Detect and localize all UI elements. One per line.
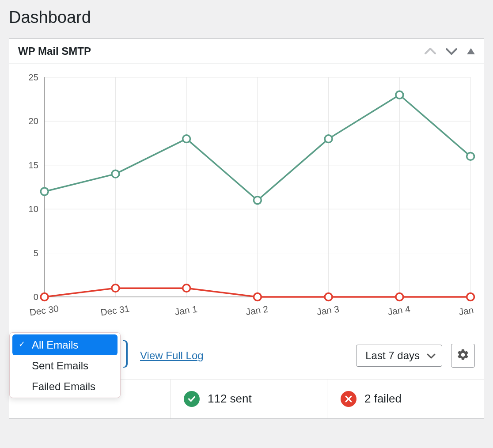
date-range-select[interactable]: Last 7 days (356, 345, 442, 367)
svg-point-38 (254, 293, 261, 301)
gear-icon (456, 348, 470, 363)
svg-text:Dec 30: Dec 30 (29, 303, 59, 317)
svg-point-35 (41, 293, 48, 301)
svg-point-29 (112, 170, 119, 178)
filter-option-label: All Emails (32, 339, 78, 351)
check-circle-icon (184, 391, 200, 407)
svg-point-41 (467, 293, 474, 301)
svg-point-30 (183, 135, 190, 143)
widget-title: WP Mail SMTP (18, 45, 91, 57)
filter-option-failed-emails[interactable]: Failed Emails (10, 376, 120, 397)
svg-point-34 (467, 152, 474, 160)
svg-text:Jan 4: Jan 4 (387, 304, 411, 317)
svg-point-31 (254, 197, 261, 204)
svg-point-39 (325, 293, 332, 301)
x-circle-icon (341, 391, 356, 407)
svg-text:Jan 2: Jan 2 (245, 304, 269, 317)
svg-point-37 (183, 285, 190, 292)
svg-text:25: 25 (29, 73, 38, 82)
widget-header-controls (425, 48, 475, 55)
check-icon: ✓ (19, 340, 25, 350)
svg-point-32 (325, 135, 332, 143)
page-title: Dashboard (9, 8, 484, 27)
stat-failed-label: 2 failed (364, 392, 402, 406)
widget-toolbar: ✓ All Emails Sent Emails Failed Emails V… (9, 332, 484, 380)
filter-select-border (123, 340, 128, 368)
svg-text:15: 15 (29, 160, 38, 170)
chart-canvas: 0510152025Dec 30Dec 31Jan 1Jan 2Jan 3Jan… (18, 73, 475, 328)
svg-text:20: 20 (29, 116, 38, 126)
svg-point-40 (396, 293, 403, 301)
svg-text:0: 0 (34, 292, 38, 302)
settings-button[interactable] (451, 344, 475, 368)
svg-point-28 (41, 188, 48, 195)
svg-text:Jan 3: Jan 3 (316, 304, 340, 317)
filter-option-all-emails[interactable]: ✓ All Emails (12, 334, 118, 355)
filter-option-sent-emails[interactable]: Sent Emails (10, 355, 120, 376)
svg-text:Jan 5: Jan 5 (458, 304, 475, 317)
collapse-icon[interactable] (467, 48, 475, 54)
svg-point-36 (112, 285, 119, 292)
email-chart: 0510152025Dec 30Dec 31Jan 1Jan 2Jan 3Jan… (9, 64, 484, 332)
wp-mail-smtp-widget: WP Mail SMTP 0510152025Dec 30Dec 31Jan 1… (9, 38, 484, 419)
filter-option-label: Sent Emails (32, 360, 88, 372)
stat-sent-cell: 112 sent (171, 380, 327, 418)
move-down-icon[interactable] (446, 48, 457, 55)
stat-sent-label: 112 sent (208, 392, 252, 406)
svg-text:Dec 31: Dec 31 (100, 303, 130, 317)
view-full-log-link[interactable]: View Full Log (140, 349, 204, 362)
filter-dropdown[interactable]: ✓ All Emails Sent Emails Failed Emails (9, 332, 121, 399)
stat-failed-cell: 2 failed (327, 380, 484, 418)
date-range-label: Last 7 days (365, 349, 420, 362)
svg-text:5: 5 (34, 248, 38, 258)
svg-text:10: 10 (29, 204, 38, 214)
chevron-down-icon (427, 349, 436, 362)
filter-option-label: Failed Emails (32, 380, 95, 392)
svg-point-33 (396, 91, 403, 99)
svg-text:Jan 1: Jan 1 (174, 304, 198, 317)
widget-header: WP Mail SMTP (9, 39, 484, 64)
move-up-icon[interactable] (425, 48, 436, 55)
